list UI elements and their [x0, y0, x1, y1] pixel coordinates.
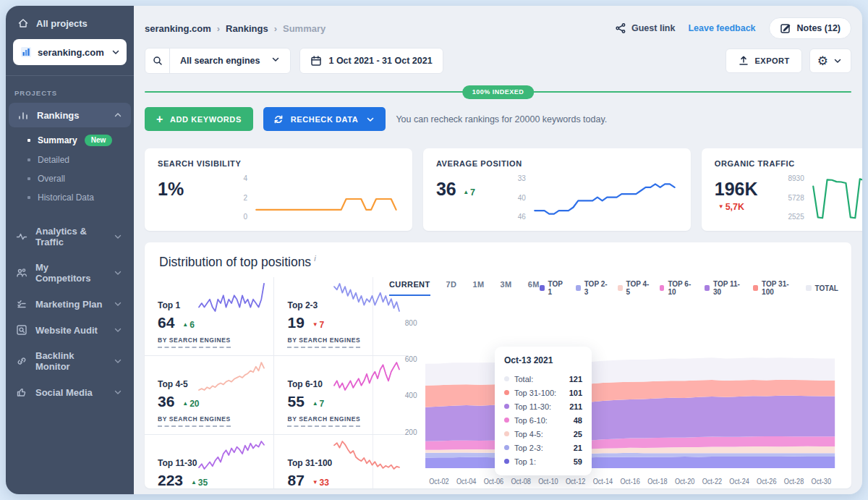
legend-top-4-5[interactable]: TOP 4-5 [618, 280, 650, 296]
bullet-icon [27, 177, 30, 180]
svg-text:400: 400 [405, 391, 417, 400]
guest-link-button[interactable]: Guest link [615, 22, 675, 34]
chevron-up-icon [112, 109, 124, 121]
leave-feedback-link[interactable]: Leave feedback [688, 23, 755, 33]
top-actions: Guest link Leave feedback Notes (12) [615, 17, 851, 39]
card-title: ORGANIC TRAFFIC [715, 159, 862, 168]
bullet-icon [27, 196, 30, 199]
rankings-label: Rankings [37, 110, 80, 121]
tile-name: Top 1 [158, 300, 180, 312]
projects-section-label: PROJECTS [6, 83, 134, 103]
svg-text:Oct-14: Oct-14 [593, 478, 613, 486]
by-search-engines-link[interactable]: BY SEARCH ENGINES [158, 336, 231, 348]
export-label: EXPORT [755, 56, 790, 65]
add-keywords-label: ADD KEYWORDS [170, 115, 242, 124]
tile-value: 223 [158, 472, 183, 488]
chevron-down-icon [112, 298, 124, 310]
tick-label: 0 [243, 213, 247, 221]
sidebar-item-social-media[interactable]: Social Media [6, 379, 134, 405]
sidebar-item-historical-data[interactable]: Historical Data [6, 188, 134, 207]
tile-delta: ▲7 [312, 399, 325, 409]
legend-total[interactable]: TOTAL [806, 284, 838, 292]
info-icon[interactable]: i [314, 254, 315, 263]
card-delta: ▼5,7K [718, 202, 744, 212]
sidebar-item-my-competitors[interactable]: My Competitors [6, 255, 134, 291]
tooltip-date: Oct-13 2021 [504, 355, 582, 365]
date-range-picker[interactable]: 1 Oct 2021 - 31 Oct 2021 [299, 48, 443, 74]
tile-delta: ▼7 [312, 320, 325, 330]
legend-top-11-30[interactable]: TOP 11-30 [705, 280, 743, 296]
analytics-icon [16, 231, 27, 242]
svg-text:Oct-08: Oct-08 [511, 478, 530, 486]
notes-button[interactable]: Notes (12) [769, 17, 851, 39]
tooltip-row: Top 2-3:21 [504, 441, 582, 454]
tile-value: 19 [287, 314, 304, 331]
chart-tooltip: Oct-13 2021 Total:121 Top 31-100:101 Top… [495, 347, 592, 475]
tile-name: Top 11-30 [158, 458, 197, 470]
position-line-chart [532, 174, 678, 224]
tab-6m[interactable]: 6M [528, 280, 540, 296]
project-selector[interactable]: seranking.com [13, 39, 127, 65]
breadcrumb-rankings[interactable]: Rankings [226, 23, 268, 34]
tile-value: 36 [158, 393, 174, 410]
sidebar-item-website-audit[interactable]: Website Audit [6, 317, 134, 343]
export-icon [738, 55, 749, 67]
tick-label: 8930 [788, 174, 804, 182]
search-engines-select[interactable]: All search engines [145, 48, 291, 74]
by-search-engines-link[interactable]: BY SEARCH ENGINES [158, 415, 231, 427]
export-button[interactable]: EXPORT [726, 48, 802, 73]
controls-row: All search engines 1 Oct 2021 - 31 Oct 2… [145, 48, 851, 74]
sidebar-item-analytics-traffic[interactable]: Analytics & Traffic [6, 219, 134, 255]
breadcrumb-separator: › [217, 23, 220, 34]
tile-top-4-5: Top 4-5 36 ▲20 BY SEARCH ENGINES [145, 356, 274, 435]
chevron-down-icon [112, 324, 124, 336]
tab-3m[interactable]: 3M [501, 280, 512, 296]
legend-top-31-100[interactable]: TOP 31-100 [753, 280, 795, 296]
sidebar-item-summary[interactable]: Summary New [6, 130, 134, 151]
series-dot-icon [504, 418, 509, 423]
bullet-icon [27, 139, 30, 142]
by-search-engines-link[interactable]: BY SEARCH ENGINES [287, 415, 360, 427]
tick-label: 2 [243, 194, 247, 202]
tab-current[interactable]: CURRENT [389, 280, 430, 296]
sidebar-item-detailed[interactable]: Detailed [6, 151, 134, 169]
stacked-area-chart[interactable]: 800600400200Oct-02Oct-04Oct-06Oct-08Oct-… [389, 303, 838, 488]
legend-top-1[interactable]: TOP 1 [540, 280, 566, 296]
tile-top-1: Top 1 64 ▲6 BY SEARCH ENGINES [145, 277, 274, 356]
distribution-title: Distribution of top positionsi [145, 254, 851, 270]
website-audit-icon [16, 324, 27, 336]
visibility-mini-chart: 4 2 0 [227, 174, 399, 224]
recheck-label: RECHECK DATA [291, 115, 359, 124]
tile-name: Top 31-100 [287, 458, 332, 470]
tab-1m[interactable]: 1M [472, 280, 484, 296]
series-dot-icon [504, 404, 509, 409]
breadcrumb-project[interactable]: seranking.com [145, 23, 211, 34]
legend-swatch [540, 285, 545, 291]
tick-label: 33 [518, 174, 526, 182]
nav-label: Backlink Monitor [35, 350, 104, 372]
add-keywords-button[interactable]: + ADD KEYWORDS [145, 107, 253, 131]
recheck-data-button[interactable]: RECHECK DATA [263, 107, 386, 131]
rankings-submenu: Summary New Detailed Overall Historical … [6, 127, 134, 214]
by-search-engines-link[interactable]: BY SEARCH ENGINES [287, 336, 360, 348]
breadcrumb-separator: › [274, 23, 277, 34]
sidebar-item-marketing-plan[interactable]: Marketing Plan [6, 291, 134, 317]
svg-text:Oct-20: Oct-20 [675, 478, 695, 486]
traffic-line-chart [810, 174, 862, 224]
svg-text:Oct-28: Oct-28 [784, 478, 804, 486]
sidebar-item-rankings[interactable]: Rankings [9, 103, 131, 127]
sidebar-item-overall[interactable]: Overall [6, 169, 134, 188]
project-name: seranking.com [38, 47, 104, 58]
tab-7d[interactable]: 7D [446, 280, 457, 296]
legend-top-2-3[interactable]: TOP 2-3 [576, 280, 608, 296]
settings-button[interactable]: ⚙ [809, 48, 851, 73]
legend-top-6-10[interactable]: TOP 6-10 [660, 280, 695, 296]
all-projects-link[interactable]: All projects [6, 6, 134, 38]
overall-label: Overall [38, 174, 65, 184]
tooltip-row: Top 11-30:211 [504, 399, 582, 413]
arrow-up-icon: ▲ [182, 321, 188, 328]
controls-right: EXPORT ⚙ [726, 48, 851, 73]
sidebar-item-backlink-monitor[interactable]: Backlink Monitor [6, 343, 134, 379]
svg-text:Oct-18: Oct-18 [647, 478, 667, 486]
svg-text:Oct-26: Oct-26 [757, 478, 776, 486]
